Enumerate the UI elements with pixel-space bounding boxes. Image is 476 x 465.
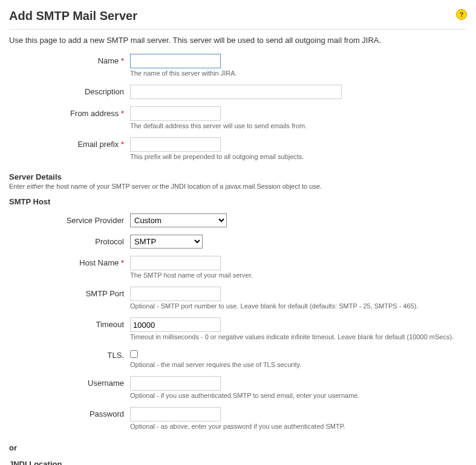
port-input[interactable] — [130, 287, 221, 301]
page-title: Add SMTP Mail Server — [9, 9, 137, 23]
or-text: or — [9, 443, 467, 452]
description-input[interactable] — [130, 85, 342, 99]
hostname-input[interactable] — [130, 256, 221, 270]
protocol-select[interactable]: SMTP — [130, 235, 203, 249]
from-input[interactable] — [130, 106, 221, 121]
description-label: Description — [9, 85, 130, 96]
tls-checkbox[interactable] — [130, 350, 138, 358]
username-hint: Optional - if you use authenticated SMTP… — [130, 392, 467, 399]
username-label: Username — [9, 376, 130, 388]
intro-text: Use this page to add a new SMTP mail ser… — [9, 36, 467, 45]
server-details-title: Server Details — [9, 172, 467, 181]
timeout-hint: Timeout in milliseconds - 0 or negative … — [130, 333, 467, 340]
prefix-label: Email prefix * — [9, 137, 130, 149]
tls-label: TLS. — [9, 348, 130, 360]
port-label: SMTP Port — [9, 287, 130, 298]
provider-label: Service Provider — [9, 213, 130, 225]
tls-hint: Optional - the mail server requires the … — [130, 361, 467, 368]
hostname-hint: The SMTP host name of your mail server. — [130, 272, 467, 279]
smtp-host-title: SMTP Host — [9, 197, 467, 206]
from-label: From address * — [9, 106, 130, 118]
name-hint: The name of this server within JIRA. — [130, 70, 467, 77]
username-input[interactable] — [130, 376, 221, 391]
timeout-label: Timeout — [9, 317, 130, 329]
server-details-sub: Enter either the host name of your SMTP … — [9, 183, 467, 190]
protocol-label: Protocol — [9, 235, 130, 246]
provider-select[interactable]: Custom — [130, 213, 227, 227]
timeout-input[interactable] — [130, 317, 221, 332]
hostname-label: Host Name * — [9, 256, 130, 267]
name-input[interactable] — [130, 54, 221, 68]
from-hint: The default address this server will use… — [130, 122, 467, 129]
password-label: Password — [9, 407, 130, 418]
help-icon[interactable]: ? — [456, 9, 467, 20]
port-hint: Optional - SMTP port number to use. Leav… — [130, 302, 467, 310]
password-hint: Optional - as above, enter your password… — [130, 423, 467, 430]
prefix-hint: This prefix will be prepended to all out… — [130, 153, 467, 160]
jndi-title: JNDI Location — [9, 460, 467, 465]
prefix-input[interactable] — [130, 137, 221, 152]
name-label: Name * — [9, 54, 130, 65]
password-input[interactable] — [130, 407, 221, 421]
